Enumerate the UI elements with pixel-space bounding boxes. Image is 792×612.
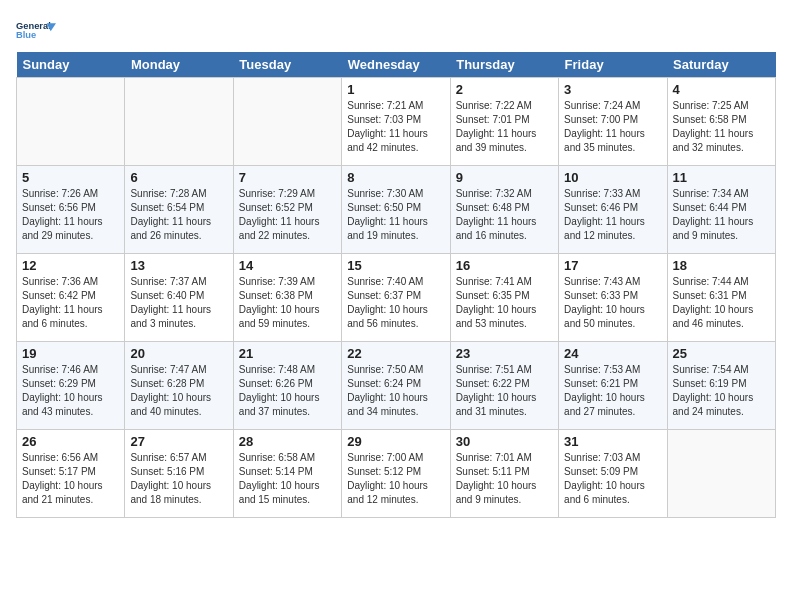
- day-info: Sunrise: 7:24 AM Sunset: 7:00 PM Dayligh…: [564, 99, 661, 155]
- day-info: Sunrise: 7:44 AM Sunset: 6:31 PM Dayligh…: [673, 275, 770, 331]
- day-number: 5: [22, 170, 119, 185]
- day-number: 24: [564, 346, 661, 361]
- calendar-cell: [233, 78, 341, 166]
- calendar-cell: 23Sunrise: 7:51 AM Sunset: 6:22 PM Dayli…: [450, 342, 558, 430]
- day-number: 14: [239, 258, 336, 273]
- day-number: 17: [564, 258, 661, 273]
- day-info: Sunrise: 7:32 AM Sunset: 6:48 PM Dayligh…: [456, 187, 553, 243]
- calendar-cell: 22Sunrise: 7:50 AM Sunset: 6:24 PM Dayli…: [342, 342, 450, 430]
- calendar-table: SundayMondayTuesdayWednesdayThursdayFrid…: [16, 52, 776, 518]
- calendar-cell: 2Sunrise: 7:22 AM Sunset: 7:01 PM Daylig…: [450, 78, 558, 166]
- day-info: Sunrise: 7:34 AM Sunset: 6:44 PM Dayligh…: [673, 187, 770, 243]
- calendar-cell: 21Sunrise: 7:48 AM Sunset: 6:26 PM Dayli…: [233, 342, 341, 430]
- calendar-week-3: 12Sunrise: 7:36 AM Sunset: 6:42 PM Dayli…: [17, 254, 776, 342]
- calendar-cell: 3Sunrise: 7:24 AM Sunset: 7:00 PM Daylig…: [559, 78, 667, 166]
- day-number: 25: [673, 346, 770, 361]
- day-number: 19: [22, 346, 119, 361]
- day-number: 3: [564, 82, 661, 97]
- calendar-cell: 6Sunrise: 7:28 AM Sunset: 6:54 PM Daylig…: [125, 166, 233, 254]
- day-number: 13: [130, 258, 227, 273]
- day-info: Sunrise: 7:41 AM Sunset: 6:35 PM Dayligh…: [456, 275, 553, 331]
- day-number: 6: [130, 170, 227, 185]
- svg-text:General: General: [16, 21, 51, 31]
- calendar-cell: 8Sunrise: 7:30 AM Sunset: 6:50 PM Daylig…: [342, 166, 450, 254]
- calendar-cell: 15Sunrise: 7:40 AM Sunset: 6:37 PM Dayli…: [342, 254, 450, 342]
- day-number: 29: [347, 434, 444, 449]
- logo: General Blue: [16, 16, 56, 44]
- weekday-header-saturday: Saturday: [667, 52, 775, 78]
- day-info: Sunrise: 7:53 AM Sunset: 6:21 PM Dayligh…: [564, 363, 661, 419]
- calendar-cell: [17, 78, 125, 166]
- day-number: 30: [456, 434, 553, 449]
- day-number: 26: [22, 434, 119, 449]
- page-header: General Blue: [16, 16, 776, 44]
- day-number: 1: [347, 82, 444, 97]
- calendar-cell: 29Sunrise: 7:00 AM Sunset: 5:12 PM Dayli…: [342, 430, 450, 518]
- calendar-cell: 7Sunrise: 7:29 AM Sunset: 6:52 PM Daylig…: [233, 166, 341, 254]
- weekday-header-sunday: Sunday: [17, 52, 125, 78]
- calendar-cell: 14Sunrise: 7:39 AM Sunset: 6:38 PM Dayli…: [233, 254, 341, 342]
- day-info: Sunrise: 7:37 AM Sunset: 6:40 PM Dayligh…: [130, 275, 227, 331]
- weekday-header-friday: Friday: [559, 52, 667, 78]
- calendar-cell: 9Sunrise: 7:32 AM Sunset: 6:48 PM Daylig…: [450, 166, 558, 254]
- weekday-header-thursday: Thursday: [450, 52, 558, 78]
- day-info: Sunrise: 7:30 AM Sunset: 6:50 PM Dayligh…: [347, 187, 444, 243]
- day-number: 20: [130, 346, 227, 361]
- calendar-week-5: 26Sunrise: 6:56 AM Sunset: 5:17 PM Dayli…: [17, 430, 776, 518]
- day-info: Sunrise: 6:58 AM Sunset: 5:14 PM Dayligh…: [239, 451, 336, 507]
- calendar-cell: 18Sunrise: 7:44 AM Sunset: 6:31 PM Dayli…: [667, 254, 775, 342]
- day-info: Sunrise: 7:22 AM Sunset: 7:01 PM Dayligh…: [456, 99, 553, 155]
- day-info: Sunrise: 7:00 AM Sunset: 5:12 PM Dayligh…: [347, 451, 444, 507]
- day-number: 10: [564, 170, 661, 185]
- day-number: 28: [239, 434, 336, 449]
- day-number: 15: [347, 258, 444, 273]
- day-number: 9: [456, 170, 553, 185]
- day-info: Sunrise: 7:21 AM Sunset: 7:03 PM Dayligh…: [347, 99, 444, 155]
- calendar-week-1: 1Sunrise: 7:21 AM Sunset: 7:03 PM Daylig…: [17, 78, 776, 166]
- day-number: 16: [456, 258, 553, 273]
- day-number: 2: [456, 82, 553, 97]
- calendar-cell: 20Sunrise: 7:47 AM Sunset: 6:28 PM Dayli…: [125, 342, 233, 430]
- calendar-week-4: 19Sunrise: 7:46 AM Sunset: 6:29 PM Dayli…: [17, 342, 776, 430]
- day-info: Sunrise: 7:50 AM Sunset: 6:24 PM Dayligh…: [347, 363, 444, 419]
- calendar-cell: 26Sunrise: 6:56 AM Sunset: 5:17 PM Dayli…: [17, 430, 125, 518]
- day-number: 4: [673, 82, 770, 97]
- day-info: Sunrise: 6:56 AM Sunset: 5:17 PM Dayligh…: [22, 451, 119, 507]
- calendar-cell: [125, 78, 233, 166]
- calendar-cell: 12Sunrise: 7:36 AM Sunset: 6:42 PM Dayli…: [17, 254, 125, 342]
- day-number: 31: [564, 434, 661, 449]
- weekday-header-row: SundayMondayTuesdayWednesdayThursdayFrid…: [17, 52, 776, 78]
- weekday-header-tuesday: Tuesday: [233, 52, 341, 78]
- calendar-cell: 17Sunrise: 7:43 AM Sunset: 6:33 PM Dayli…: [559, 254, 667, 342]
- calendar-cell: 1Sunrise: 7:21 AM Sunset: 7:03 PM Daylig…: [342, 78, 450, 166]
- day-info: Sunrise: 7:01 AM Sunset: 5:11 PM Dayligh…: [456, 451, 553, 507]
- calendar-cell: 30Sunrise: 7:01 AM Sunset: 5:11 PM Dayli…: [450, 430, 558, 518]
- day-info: Sunrise: 7:46 AM Sunset: 6:29 PM Dayligh…: [22, 363, 119, 419]
- day-number: 21: [239, 346, 336, 361]
- day-info: Sunrise: 7:40 AM Sunset: 6:37 PM Dayligh…: [347, 275, 444, 331]
- day-info: Sunrise: 7:29 AM Sunset: 6:52 PM Dayligh…: [239, 187, 336, 243]
- day-info: Sunrise: 7:54 AM Sunset: 6:19 PM Dayligh…: [673, 363, 770, 419]
- day-info: Sunrise: 7:26 AM Sunset: 6:56 PM Dayligh…: [22, 187, 119, 243]
- weekday-header-monday: Monday: [125, 52, 233, 78]
- calendar-cell: 16Sunrise: 7:41 AM Sunset: 6:35 PM Dayli…: [450, 254, 558, 342]
- calendar-cell: 19Sunrise: 7:46 AM Sunset: 6:29 PM Dayli…: [17, 342, 125, 430]
- day-info: Sunrise: 6:57 AM Sunset: 5:16 PM Dayligh…: [130, 451, 227, 507]
- day-info: Sunrise: 7:48 AM Sunset: 6:26 PM Dayligh…: [239, 363, 336, 419]
- calendar-cell: 25Sunrise: 7:54 AM Sunset: 6:19 PM Dayli…: [667, 342, 775, 430]
- day-info: Sunrise: 7:47 AM Sunset: 6:28 PM Dayligh…: [130, 363, 227, 419]
- day-info: Sunrise: 7:39 AM Sunset: 6:38 PM Dayligh…: [239, 275, 336, 331]
- day-info: Sunrise: 7:51 AM Sunset: 6:22 PM Dayligh…: [456, 363, 553, 419]
- day-info: Sunrise: 7:43 AM Sunset: 6:33 PM Dayligh…: [564, 275, 661, 331]
- calendar-cell: 27Sunrise: 6:57 AM Sunset: 5:16 PM Dayli…: [125, 430, 233, 518]
- svg-text:Blue: Blue: [16, 30, 36, 40]
- calendar-cell: 28Sunrise: 6:58 AM Sunset: 5:14 PM Dayli…: [233, 430, 341, 518]
- calendar-cell: [667, 430, 775, 518]
- day-number: 8: [347, 170, 444, 185]
- day-number: 11: [673, 170, 770, 185]
- calendar-cell: 13Sunrise: 7:37 AM Sunset: 6:40 PM Dayli…: [125, 254, 233, 342]
- day-info: Sunrise: 7:25 AM Sunset: 6:58 PM Dayligh…: [673, 99, 770, 155]
- calendar-cell: 10Sunrise: 7:33 AM Sunset: 6:46 PM Dayli…: [559, 166, 667, 254]
- day-info: Sunrise: 7:33 AM Sunset: 6:46 PM Dayligh…: [564, 187, 661, 243]
- calendar-cell: 24Sunrise: 7:53 AM Sunset: 6:21 PM Dayli…: [559, 342, 667, 430]
